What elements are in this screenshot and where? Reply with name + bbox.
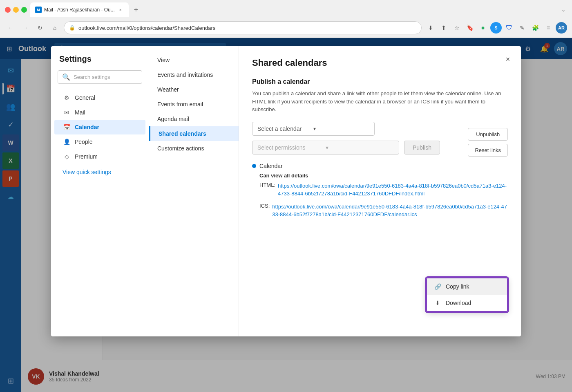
people-icon: 👤 [63, 138, 71, 146]
extension1-toolbar-icon[interactable]: S [490, 22, 502, 34]
new-tab-button[interactable]: + [130, 4, 142, 16]
section-title: Publish a calendar [252, 78, 508, 85]
settings-nav-people[interactable]: 👤 People [54, 134, 145, 149]
copy-link-icon: 🔗 [433, 282, 442, 291]
middle-nav-view[interactable]: View [149, 53, 239, 67]
settings-title: Settings [51, 54, 149, 70]
back-button[interactable]: ← [5, 22, 16, 34]
traffic-lights [5, 7, 27, 13]
browser-titlebar: M Mail - Atish Rajasekharan - Ou... × + … [0, 0, 572, 20]
mail-icon: ✉ [63, 108, 71, 116]
settings-left-panel: Settings 🔍 ⚙ General ✉ Mail 📅 Calendar [51, 46, 149, 336]
unpublish-button[interactable]: Unpublish [468, 128, 508, 141]
settings-nav-mail[interactable]: ✉ Mail [54, 105, 145, 120]
modal-backdrop: Settings 🔍 ⚙ General ✉ Mail 📅 Calendar [0, 38, 572, 392]
ics-link[interactable]: https://outlook.live.com/owa/calendar/9e… [272, 203, 508, 219]
calendar-item: Calendar Can view all details HTML: http… [252, 163, 508, 219]
publish-button[interactable]: Publish [404, 141, 440, 155]
close-window-button[interactable] [5, 7, 11, 13]
context-menu-copy-link[interactable]: 🔗 Copy link [427, 278, 507, 295]
tab-favicon: M [35, 7, 42, 13]
maximize-window-button[interactable] [21, 7, 27, 13]
general-icon: ⚙ [63, 94, 71, 102]
pocket-toolbar-icon[interactable]: 🔖 [464, 22, 476, 34]
calendar-select-dropdown[interactable]: Select a calendar ▾ [252, 122, 375, 136]
settings-nav-people-label: People [75, 139, 93, 145]
calendar-select-placeholder: Select a calendar [257, 125, 313, 132]
chevron-down-icon: ▾ [313, 126, 369, 132]
calendar-dot [252, 164, 256, 168]
outlook-app: ⊞ Outlook 🔍 📹 Meet Now S ◇ X ⊞ ⚙ [0, 38, 572, 392]
content-title: Shared calendars [252, 58, 508, 68]
settings-nav-general[interactable]: ⚙ General [54, 90, 145, 105]
permissions-select-dropdown[interactable]: Select permissions ▾ [252, 141, 399, 155]
home-button[interactable]: ⌂ [49, 22, 60, 34]
editpdf-toolbar-icon[interactable]: ✎ [516, 22, 528, 34]
settings-middle-panel: View Events and invitations Weather Even… [149, 46, 239, 336]
browser-chrome: M Mail - Atish Rajasekharan - Ou... × + … [0, 0, 572, 38]
extensions-toolbar-icon[interactable]: 🧩 [530, 22, 541, 34]
middle-nav-events-from-email[interactable]: Events from email [149, 97, 239, 112]
settings-search-input[interactable] [74, 74, 142, 80]
calendar-item-name: Calendar [259, 163, 283, 169]
tab-list-button[interactable]: ⌄ [560, 5, 567, 14]
html-link-row: HTML: https://outlook.live.com/owa/calen… [259, 182, 508, 198]
middle-nav-customize-actions[interactable]: Customize actions [149, 141, 239, 156]
section-desc: You can publish a calendar and share a l… [252, 90, 508, 114]
settings-content: × Shared calendars Publish a calendar Yo… [239, 46, 521, 336]
view-quick-settings-link[interactable]: View quick settings [54, 166, 145, 179]
back-icon: ← [8, 25, 13, 31]
tab-title: Mail - Atish Rajasekharan - Ou... [44, 7, 115, 13]
permissions-chevron-icon: ▾ [326, 144, 394, 151]
search-settings-icon: 🔍 [62, 73, 70, 81]
settings-nav-calendar-label: Calendar [75, 124, 99, 130]
calendar-dot-row: Calendar [252, 163, 508, 169]
settings-search-box[interactable]: 🔍 [58, 70, 142, 84]
settings-modal: Settings 🔍 ⚙ General ✉ Mail 📅 Calendar [51, 46, 521, 336]
reload-icon: ↻ [38, 25, 42, 31]
middle-nav-weather[interactable]: Weather [149, 82, 239, 97]
url-text: outlook.live.com/mail/0/options/calendar… [78, 25, 416, 31]
minimize-window-button[interactable] [13, 7, 19, 13]
download-toolbar-icon[interactable]: ⬇ [425, 22, 436, 34]
html-link[interactable]: https://outlook.live.com/owa/calendar/9e… [278, 182, 508, 198]
home-icon: ⌂ [53, 25, 56, 31]
browser-addressbar: ← → ↻ ⌂ 🔒 outlook.live.com/mail/0/option… [0, 20, 572, 38]
middle-nav-agenda-mail[interactable]: Agenda mail [149, 112, 239, 126]
calendar-details: Can view all details HTML: https://outlo… [259, 172, 508, 219]
context-menu: 🔗 Copy link ⬇ Download [426, 278, 508, 312]
hamburger-menu-icon[interactable]: ≡ [543, 22, 554, 34]
address-bar[interactable]: 🔒 outlook.live.com/mail/0/options/calend… [64, 21, 422, 34]
copy-link-label: Copy link [446, 283, 469, 290]
browser-toolbar-icons: ⬇ ⬆ ☆ 🔖 ● S 🛡 ✎ 🧩 ≡ AR [425, 22, 567, 34]
settings-nav-general-label: General [75, 94, 95, 101]
middle-nav-events-invitations[interactable]: Events and invitations [149, 67, 239, 82]
share-toolbar-icon[interactable]: ⬆ [438, 22, 449, 34]
browser-tabs: M Mail - Atish Rajasekharan - Ou... × + [30, 2, 556, 17]
settings-nav-premium[interactable]: ◇ Premium [54, 149, 145, 164]
lock-icon: 🔒 [69, 25, 75, 31]
tab-close-button[interactable]: × [117, 7, 124, 13]
ics-link-row: ICS: https://outlook.live.com/owa/calend… [259, 203, 508, 219]
permissions-placeholder: Select permissions [257, 144, 326, 151]
html-label: HTML: [259, 182, 275, 188]
browser-profile-avatar[interactable]: AR [556, 22, 567, 34]
calendar-nav-icon: 📅 [63, 123, 71, 131]
active-tab[interactable]: M Mail - Atish Rajasekharan - Ou... × [30, 2, 129, 17]
settings-nav-premium-label: Premium [75, 153, 98, 160]
settings-nav-calendar[interactable]: 📅 Calendar [54, 120, 145, 134]
can-view-label: Can view all details [259, 172, 508, 179]
reset-links-button[interactable]: Reset links [468, 144, 508, 157]
premium-icon: ◇ [63, 152, 71, 161]
settings-close-button[interactable]: × [501, 53, 514, 66]
middle-nav-shared-calendars[interactable]: Shared calendars [149, 126, 239, 141]
bitwarden-toolbar-icon[interactable]: 🛡 [503, 22, 515, 34]
bookmark-toolbar-icon[interactable]: ☆ [451, 22, 463, 34]
context-menu-download[interactable]: ⬇ Download [427, 295, 507, 311]
forward-button[interactable]: → [20, 22, 31, 34]
ics-label: ICS: [259, 203, 270, 209]
reload-button[interactable]: ↻ [34, 22, 46, 34]
download-label: Download [446, 300, 471, 306]
forward-icon: → [22, 25, 28, 31]
firefox-toolbar-icon[interactable]: ● [477, 22, 489, 34]
